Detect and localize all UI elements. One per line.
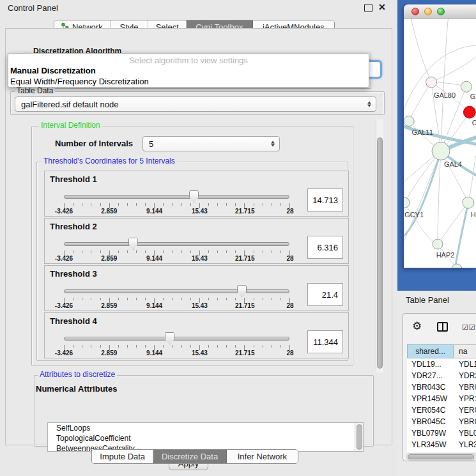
- slider-tick-labels: -3.4262.8599.14415.4321.71528: [64, 349, 290, 357]
- tick-label: 21.715: [235, 302, 255, 309]
- threshold-value-field[interactable]: 14.713: [307, 188, 343, 211]
- algorithm-option-equal-width[interactable]: Equal Width/Frequency Discretization: [10, 77, 149, 86]
- threshold-slider-handle[interactable]: [128, 238, 138, 250]
- node-table: shared... na YDL19...YDL1YDR27...YDR2YBR…: [407, 344, 476, 452]
- threshold-slider-track[interactable]: [64, 242, 289, 246]
- combo-stepper-icon: [271, 141, 275, 147]
- num-intervals-label: Number of Intervals: [55, 139, 133, 148]
- scrollbar-thumb[interactable]: [377, 137, 383, 369]
- minimize-window-button[interactable]: [424, 8, 432, 15]
- cyni-mode-tabbar: Impute DataDiscretize DataInfer Network: [91, 449, 298, 464]
- thresholds-group-title: Threshold's Coordinates for 5 Intervals: [42, 157, 177, 165]
- node-label-hap2: HAP2: [436, 251, 455, 259]
- table-row[interactable]: YLR345WYLR3: [407, 439, 476, 450]
- cell-shared-name: YDL19...: [407, 358, 454, 370]
- cell-name: YER0: [454, 404, 476, 416]
- network-canvas[interactable]: GAL80 GA C GAL11 GAL4 GCY1 H HAP2: [404, 19, 476, 268]
- tab-impute-data[interactable]: Impute Data: [92, 450, 153, 463]
- threshold-slider-track[interactable]: [64, 195, 289, 199]
- cell-name: YDL1: [454, 358, 476, 370]
- desktop-background: GAL80 GA C GAL11 GAL4 GCY1 H HAP2: [397, 0, 476, 291]
- table-row[interactable]: YBR045CYBR0: [407, 416, 476, 427]
- threshold-slider-track[interactable]: [64, 289, 289, 293]
- close-window-button[interactable]: [411, 8, 419, 15]
- attribute-list-item[interactable]: TopologicalCoefficient: [48, 433, 363, 443]
- node-hap2: [433, 239, 443, 249]
- node-h: [463, 197, 474, 208]
- threshold-label: Threshold 1: [50, 174, 97, 184]
- column-header-shared-name[interactable]: shared...: [407, 344, 454, 358]
- cell-name: YLR3: [454, 439, 476, 450]
- node-label-gal80: GAL80: [434, 91, 456, 99]
- tick-label: -3.426: [55, 349, 73, 357]
- attribute-list-item[interactable]: SelfLoops: [48, 423, 363, 433]
- scrollbar-thumb[interactable]: [408, 454, 474, 459]
- tick-label: 21.715: [235, 349, 255, 357]
- table-row[interactable]: YIL052CYIL0: [407, 450, 476, 452]
- table-data-combobox[interactable]: galFiltered.sif default node: [15, 96, 376, 112]
- table-row[interactable]: YPR145WYPR1: [407, 393, 476, 404]
- cyni-toolbox-panel: Discretization Algorithm Table Data galF…: [5, 28, 392, 445]
- threshold-value-field[interactable]: 6.316: [307, 236, 343, 259]
- tick-label: 2.859: [101, 349, 117, 357]
- threshold-slider-handle[interactable]: [237, 285, 247, 297]
- threshold-slider-handle[interactable]: [189, 190, 199, 203]
- node-gal80: [426, 77, 437, 88]
- cell-name: YBL0: [454, 427, 476, 439]
- table-row[interactable]: YER054CYER0: [407, 404, 476, 416]
- checkbox-icons[interactable]: ☑☑: [462, 324, 476, 331]
- slider-tick-labels: -3.4262.8599.14415.4321.71528: [64, 208, 290, 215]
- numerical-attributes-list[interactable]: SelfLoopsTopologicalCoefficientBetweenne…: [47, 422, 364, 452]
- node-label-ga: GA: [470, 93, 476, 100]
- table-row[interactable]: YDR27...YDR2: [407, 370, 476, 381]
- tick-label: 28: [286, 208, 293, 215]
- num-intervals-combobox[interactable]: 5: [142, 136, 280, 151]
- threshold-label: Threshold 4: [50, 316, 97, 326]
- node-label-gcy1: GCY1: [404, 211, 424, 219]
- cell-shared-name: YER054C: [407, 404, 454, 416]
- tick-label: 9.144: [146, 349, 162, 357]
- network-view-window[interactable]: GAL80 GA C GAL11 GAL4 GCY1 H HAP2: [404, 4, 476, 268]
- table-row[interactable]: YBL079WYBL0: [407, 427, 476, 439]
- node-label-c: C: [472, 119, 476, 127]
- column-header-name[interactable]: na: [454, 344, 476, 358]
- tab-infer-network[interactable]: Infer Network: [227, 450, 298, 463]
- cell-shared-name: YBR043C: [407, 381, 454, 393]
- algorithm-option-manual[interactable]: Manual Discretization: [10, 66, 96, 75]
- columns-icon[interactable]: [437, 322, 448, 332]
- gear-icon[interactable]: ⚙: [412, 321, 422, 332]
- table-row[interactable]: YBR043CYBR0: [407, 381, 476, 393]
- network-window-titlebar[interactable]: [404, 4, 476, 19]
- cell-shared-name: YPR145W: [407, 393, 454, 404]
- float-window-icon[interactable]: [364, 4, 372, 12]
- tick-label: 21.715: [235, 208, 255, 215]
- table-horizontal-scrollbar[interactable]: [406, 453, 476, 461]
- threshold-value-field[interactable]: 21.4: [307, 283, 343, 306]
- zoom-window-button[interactable]: [437, 8, 445, 15]
- tab-discretize-data[interactable]: Discretize Data: [153, 450, 226, 463]
- tick-label: 2.859: [101, 255, 117, 262]
- scrollpane-vertical-scrollbar[interactable]: [376, 119, 383, 372]
- list-vertical-scrollbar[interactable]: [355, 423, 363, 451]
- threshold-slider-track[interactable]: [64, 337, 289, 341]
- node-gcy1: [404, 197, 410, 208]
- control-panel-title: Control Panel: [8, 3, 58, 13]
- tick-label: 15.43: [192, 208, 208, 215]
- scrollbar-thumb[interactable]: [357, 424, 362, 450]
- node-gal4: [432, 142, 450, 160]
- tick-label: 21.715: [235, 255, 255, 262]
- table-row[interactable]: YDL19...YDL1: [407, 358, 476, 370]
- algorithm-dropdown-popup: Select algorithm to view settings Manual…: [8, 53, 369, 88]
- num-intervals-value: 5: [149, 139, 153, 149]
- interval-definition-group-title: Interval Definition: [39, 121, 102, 130]
- threshold-panel: Threshold 3 -3.4262.8599.14415.4321.7152…: [44, 265, 349, 311]
- cell-shared-name: YLR345W: [407, 439, 454, 450]
- threshold-value-field[interactable]: 11.344: [307, 330, 343, 353]
- node-label-gal11: GAL11: [411, 128, 433, 136]
- algorithm-placeholder-option[interactable]: Select algorithm to view settings: [8, 56, 369, 65]
- threshold-slider-handle[interactable]: [165, 332, 174, 344]
- tick-label: 28: [286, 349, 293, 357]
- cell-name: YBR0: [454, 381, 476, 393]
- node-red: [463, 106, 475, 118]
- close-icon[interactable]: ✕: [378, 2, 386, 12]
